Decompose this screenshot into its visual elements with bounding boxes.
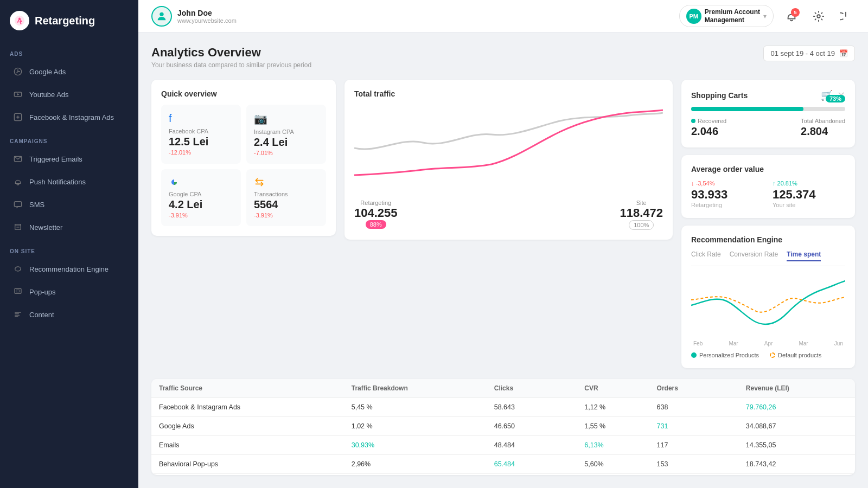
progress-bar-wrap: 73% [691,107,845,111]
google-icon [13,67,23,76]
sidebar-item-content[interactable]: Content [3,304,135,325]
sidebar-section-onsite: ON SITE [0,239,138,258]
table-row: SMS 7,91% - 3,30% 24 4.033,27 [151,474,855,476]
revenue-cell: 18.743,42 [738,455,855,474]
sidebar-item-sms[interactable]: SMS [3,194,135,215]
quick-overview-title: Quick overview [161,89,326,98]
personalized-dot [691,352,697,358]
recommendation-engine-card: Recommendation Engine Click Rate Convers… [681,226,855,368]
shopping-carts-card: Shopping Carts 🛒 ✕ 73% [681,80,855,147]
sidebar-item-newsletter[interactable]: Newsletter [3,216,135,238]
svg-rect-7 [14,202,21,207]
notification-button[interactable]: 5 [782,7,801,25]
sidebar-section-ads: ADS [0,41,138,60]
notification-badge: 5 [791,8,800,17]
premium-badge[interactable]: PM Premium Account Management ▾ [679,5,774,27]
avg-order-card: Average order value ↓ -3,54% 93.933 Reta… [681,155,855,218]
sidebar-item-facebook-instagram-ads[interactable]: Facebook & Instagram Ads [3,106,135,128]
sidebar-item-triggered-emails[interactable]: Triggered Emails [3,148,135,170]
breakdown-cell: 2,96% [344,455,487,474]
traffic-table-card: Traffic Source Traffic Breakdown Clicks … [151,379,855,475]
breakdown-cell: 30,93% [344,436,487,455]
col-traffic-source: Traffic Source [151,379,344,398]
clicks-cell: 65.484 [487,455,577,474]
cvr-cell: 3,30% [577,474,649,476]
site-badge: 100% [629,220,654,230]
google-ads-label: Google Ads [29,68,66,76]
recovered-label: Recovered [691,118,726,124]
premium-avatar-icon: PM [686,9,701,24]
x-label-feb: Feb [693,341,703,346]
svg-point-12 [817,15,820,18]
facebook-platform: f [169,112,233,125]
site-stat: Site 118.472 100% [620,200,663,230]
progress-label: 73% [826,95,845,102]
avg-site-label: Your site [773,202,845,208]
header-right: PM Premium Account Management ▾ 5 [679,5,855,27]
svg-point-11 [159,12,163,16]
premium-text: Premium Account Management [705,8,760,24]
retargeting-value: 104.255 [354,206,398,220]
orders-cell: 731 [649,417,738,436]
brain-icon [13,264,23,274]
bell-icon [13,177,23,187]
youtube-ads-label: Youtube Ads [29,91,69,99]
sidebar-item-google-ads[interactable]: Google Ads [3,61,135,82]
content-label: Content [29,311,54,319]
avg-retargeting-change: ↓ -3,54% [691,180,764,187]
youtube-icon [13,89,23,99]
svg-marker-4 [17,93,20,95]
total-traffic-title: Total traffic [354,89,663,98]
retargeting-label: Retargeting [354,200,398,206]
rec-tab-time-spent[interactable]: Time spent [787,251,821,261]
sidebar-item-recommendation-engine[interactable]: Recommendation Engine [3,258,135,280]
recommendation-engine-label: Recommendation Engine [29,265,108,273]
shopping-carts-title: Shopping Carts [691,91,748,100]
page-subtitle: Your business data compared to similar p… [151,61,311,69]
rec-legend-personalized: Personalized Products [691,352,759,358]
orders-cell: 117 [649,436,738,455]
traffic-table-body: Facebook & Instagram Ads 5,45 % 58.643 1… [151,398,855,476]
sidebar-item-pop-ups[interactable]: Pop-ups [3,281,135,303]
revenue-cell: 14.355,05 [738,436,855,455]
sidebar-item-push-notifications[interactable]: Push Notifications [3,171,135,192]
user-url: www.yourwebsite.com [177,17,237,24]
power-button[interactable] [837,7,855,25]
rec-tab-click-rate[interactable]: Click Rate [691,251,721,261]
mid-column: Total traffic Retargeting 104.255 88% [344,80,673,368]
cvr-cell: 1,55 % [577,417,649,436]
clicks-cell: - [487,474,577,476]
overview-instagram: 📷 Instagram CPA 2.4 Lei -7.01% [246,105,326,164]
x-label-jun: Jun [834,341,843,346]
breakdown-cell: 1,02 % [344,417,487,436]
site-label: Site [620,200,663,206]
popup-icon [13,287,23,297]
google-cpa-change: -3.91% [169,212,233,219]
sidebar-item-youtube-ads[interactable]: Youtube Ads [3,84,135,105]
email-icon [13,154,23,164]
x-label-apr: Apr [764,341,773,346]
breakdown-cell: 7,91% [344,474,487,476]
x-label-mar2: Mar [799,341,808,346]
sms-icon [13,200,23,209]
page-title-block: Analytics Overview Your business data co… [151,46,311,69]
svg-rect-10 [16,290,20,292]
col-clicks: Clicks [487,379,577,398]
page-header: Analytics Overview Your business data co… [151,46,855,69]
overview-google: Google CPA 4.2 Lei -3.91% [161,169,241,226]
rec-tab-conversion-rate[interactable]: Conversion Rate [730,251,778,261]
left-column: Quick overview f Facebook CPA 12.5 Lei -… [151,80,336,368]
avg-site-value: 125.374 [773,188,845,202]
avg-site: ↑ 20.81% 125.374 Your site [773,180,845,208]
svg-rect-9 [15,288,21,293]
avatar [151,6,172,27]
date-range-picker[interactable]: 01 sept 19 - 4 oct 19 📅 [763,46,855,61]
revenue-cell: 34.088,67 [738,417,855,436]
traffic-table-header-row: Traffic Source Traffic Breakdown Clicks … [151,379,855,398]
cart-header: Shopping Carts 🛒 ✕ [691,89,845,101]
table-row: Behavioral Pop-ups 2,96% 65.484 5,60% 15… [151,455,855,474]
settings-button[interactable] [809,7,828,25]
date-range-text: 01 sept 19 - 4 oct 19 [770,49,835,57]
page-title: Analytics Overview [151,46,311,60]
default-dot [770,352,775,358]
